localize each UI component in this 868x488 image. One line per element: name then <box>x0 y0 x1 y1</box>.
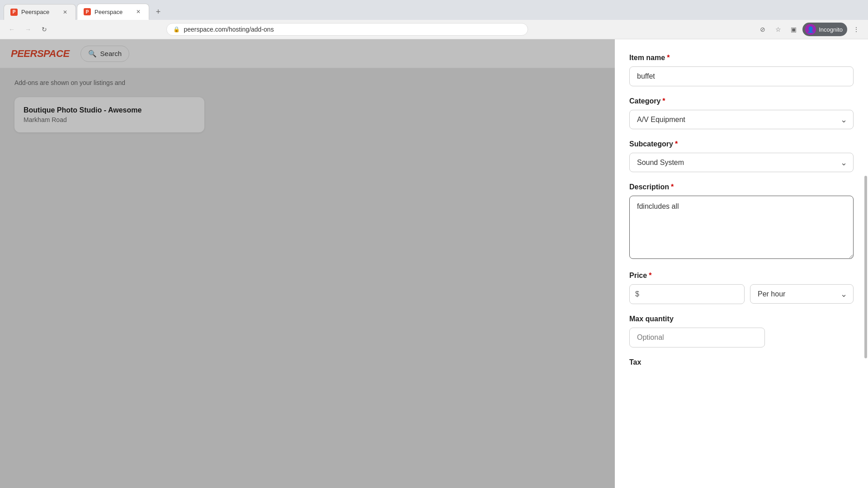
subcategory-required: * <box>675 140 678 148</box>
category-label: Category * <box>629 97 854 105</box>
scrollbar[interactable] <box>864 39 867 488</box>
tab-favicon-1: P <box>10 9 18 16</box>
dollar-sign: $ <box>635 290 639 298</box>
extension-icon[interactable]: ▣ <box>787 23 800 36</box>
modal-panel: Item name * Category * A/V Equipment Fur… <box>615 39 868 488</box>
incognito-badge[interactable]: 👤 Incognito <box>802 23 847 36</box>
menu-icon[interactable]: ⋮ <box>850 23 863 36</box>
address-text: peerspace.com/hosting/add-ons <box>184 26 521 33</box>
category-required: * <box>662 97 665 105</box>
tab-favicon-2: P <box>84 8 91 15</box>
address-bar[interactable]: 🔒 peerspace.com/hosting/add-ons <box>166 23 528 36</box>
new-tab-button[interactable]: + <box>152 5 165 18</box>
price-input[interactable] <box>642 285 739 304</box>
price-label: Price * <box>629 272 854 280</box>
item-name-field: Item name * <box>629 54 854 86</box>
tax-field: Tax <box>629 358 854 366</box>
description-label: Description * <box>629 183 854 191</box>
incognito-label: Incognito <box>819 26 843 33</box>
tab-close-1[interactable]: ✕ <box>61 8 69 16</box>
address-bar-row: ← → ↻ 🔒 peerspace.com/hosting/add-ons ⊘ … <box>0 20 868 39</box>
tax-label: Tax <box>629 358 854 366</box>
browser-tab-1[interactable]: P Peerspace ✕ <box>4 4 76 20</box>
price-input-wrapper: $ <box>629 284 745 304</box>
tab-close-2[interactable]: ✕ <box>134 8 142 16</box>
subcategory-select[interactable]: Sound System Projector Microphone Screen <box>629 153 854 172</box>
item-name-input[interactable] <box>629 66 854 86</box>
category-select-wrapper: A/V Equipment Furniture Catering Decorat… <box>629 110 854 129</box>
item-name-label: Item name * <box>629 54 854 62</box>
bookmark-icon[interactable]: ☆ <box>772 23 784 36</box>
browser-chrome: P Peerspace ✕ P Peerspace ✕ + ← → ↻ 🔒 pe… <box>0 0 868 39</box>
price-field: Price * $ Per hour Per day Flat rate <box>629 272 854 304</box>
forward-button[interactable]: → <box>22 23 34 36</box>
lock-icon: 🔒 <box>173 26 180 33</box>
tab-label-2: Peerspace <box>94 9 123 15</box>
description-textarea[interactable]: fdincludes all <box>629 196 854 259</box>
tab-label-1: Peerspace <box>21 9 49 15</box>
max-quantity-input[interactable] <box>629 328 765 347</box>
subcategory-field: Subcategory * Sound System Projector Mic… <box>629 140 854 172</box>
subcategory-select-wrapper: Sound System Projector Microphone Screen… <box>629 153 854 172</box>
category-field: Category * A/V Equipment Furniture Cater… <box>629 97 854 129</box>
price-required: * <box>649 272 651 280</box>
description-field: Description * fdincludes all <box>629 183 854 261</box>
subcategory-label: Subcategory * <box>629 140 854 148</box>
price-unit-select[interactable]: Per hour Per day Flat rate <box>750 284 854 304</box>
camera-icon[interactable]: ⊘ <box>756 23 769 36</box>
category-select[interactable]: A/V Equipment Furniture Catering Decorat… <box>629 110 854 129</box>
price-unit-wrapper: Per hour Per day Flat rate ⌄ <box>750 284 854 304</box>
max-quantity-field: Max quantity <box>629 315 854 347</box>
price-row: $ Per hour Per day Flat rate ⌄ <box>629 284 854 304</box>
item-name-required: * <box>667 54 670 62</box>
reload-button[interactable]: ↻ <box>38 23 51 36</box>
browser-actions: ⊘ ☆ ▣ 👤 Incognito ⋮ <box>756 23 863 36</box>
max-quantity-label: Max quantity <box>629 315 854 323</box>
page-body: PEERSPACE 🔍 Search Calendar Add-ons Comm… <box>0 39 868 488</box>
scrollbar-thumb <box>864 176 867 358</box>
modal-overlay: Item name * Category * A/V Equipment Fur… <box>0 39 868 488</box>
tab-bar: P Peerspace ✕ P Peerspace ✕ + <box>0 0 868 20</box>
browser-tab-2[interactable]: P Peerspace ✕ <box>77 4 149 20</box>
description-required: * <box>671 183 674 191</box>
incognito-avatar: 👤 <box>805 24 816 35</box>
back-button[interactable]: ← <box>5 23 18 36</box>
